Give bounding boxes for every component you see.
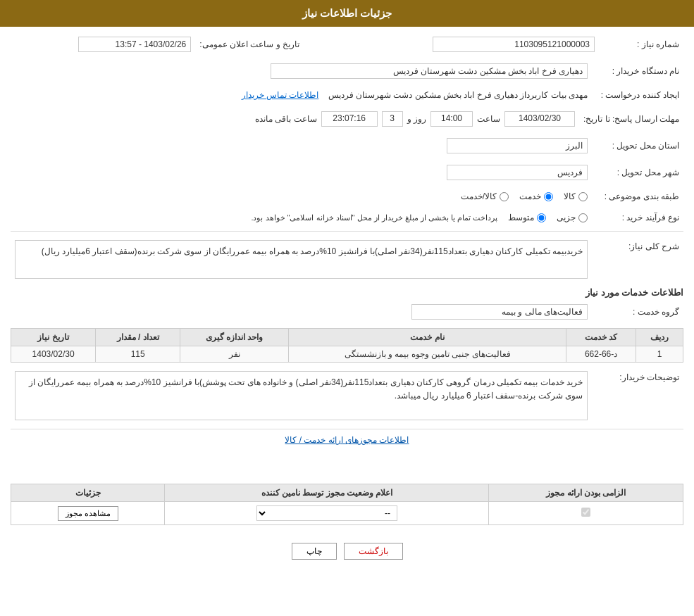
contact-info-link[interactable]: اطلاعات تماس خریدار xyxy=(242,90,319,100)
col-tedad: تعداد / مقدار xyxy=(96,329,180,346)
tabaqeBandi-label: طبقه بندی موضوعی : xyxy=(592,189,683,204)
mohlatSaat-label: ساعت xyxy=(477,114,500,124)
tabaqe-kala-khedmat-label: کالا/خدمت xyxy=(461,191,497,201)
serviceInfo-title: اطلاعات خدمات مورد نیاز xyxy=(11,287,683,298)
table-row: 1د-66-662فعالیت‌های جنبی تامین وجوه بیمه… xyxy=(11,346,683,363)
namDastgah-label: نام دستگاه خریدار : xyxy=(592,61,683,82)
tarikh-label: تاریخ و ساعت اعلان عمومی: xyxy=(195,34,304,55)
tabaqe-khedmat-label: خدمت xyxy=(519,191,541,201)
tosihKhardar-label: توضیحات خریدار: xyxy=(592,368,683,423)
mohlatRooz-value: 3 xyxy=(382,111,403,127)
perm-vaziat-cell: -- xyxy=(165,502,489,525)
col-kodKhedmat: کد خدمت xyxy=(566,329,636,346)
perm-vaziat-select[interactable]: -- xyxy=(256,505,397,521)
nof-mottavasset-option[interactable]: متوسط xyxy=(508,213,546,222)
sharhKolliNiaz-label: شرح کلی نیاز: xyxy=(592,237,683,282)
permissionsInfo-title: اطلاعات مجوزهای ارائه خدمت / کالا xyxy=(11,435,683,445)
ijadKonande-value: مهدی بیات کاربرداز دهیاری فرخ اباد بخش م… xyxy=(328,90,588,100)
perm-elzami-checkbox xyxy=(581,508,590,517)
col-namKhedmat: نام خدمت xyxy=(288,329,566,346)
nof-jozi-option[interactable]: جزیی xyxy=(557,213,588,222)
tabaqe-kala-radio[interactable] xyxy=(578,192,588,201)
page-header: جزئیات اطلاعات نیاز xyxy=(0,0,694,27)
mohlatManande-value: 23:07:16 xyxy=(321,111,378,127)
col-vahed: واحد اندازه گیری xyxy=(180,329,289,346)
permission-row: -- مشاهده مجوز xyxy=(11,502,683,525)
back-button[interactable]: بازگشت xyxy=(344,543,403,560)
shahrTahvil-label: شهر محل تحویل : xyxy=(592,162,683,183)
col-radif: ردیف xyxy=(636,329,683,346)
print-button[interactable]: چاپ xyxy=(292,543,337,560)
groohKhedmat-value: فعالیت‌های مالی و بیمه xyxy=(411,304,588,320)
col-tarikh: تاریخ نیاز xyxy=(11,329,96,346)
tabaqe-kala-option[interactable]: کالا xyxy=(564,191,588,201)
perm-details-cell: مشاهده مجوز xyxy=(11,502,165,525)
ostanTahvil-label: استان محل تحویل : xyxy=(592,135,683,156)
shomareNiaz-value: 1103095121000003 xyxy=(433,37,595,52)
mohlatSaat-value: 14:00 xyxy=(430,111,473,127)
permissions-table: الزامی بودن ارائه مجوز اعلام وضعیت مجوز … xyxy=(11,484,683,525)
perm-col-elzami: الزامی بودن ارائه مجوز xyxy=(489,484,683,502)
noFarayandKharid-label: نوع فرآیند خرید : xyxy=(592,210,683,225)
services-table: ردیف کد خدمت نام خدمت واحد اندازه گیری ت… xyxy=(11,328,683,363)
footer-buttons: بازگشت چاپ xyxy=(11,532,683,570)
nof-jozi-label: جزیی xyxy=(557,213,576,222)
mohlatRooz-label: روز و xyxy=(407,114,426,124)
tabaqe-khedmat-option[interactable]: خدمت xyxy=(519,191,553,201)
mohlatErsalPasokh-label: مهلت ارسال پاسخ: تا تاریخ: xyxy=(579,108,683,130)
perm-col-details: جزئیات xyxy=(11,484,165,502)
ostanTahvil-value: البرز xyxy=(447,138,588,153)
tabaqe-kala-khedmat-radio[interactable] xyxy=(500,192,509,201)
nof-mottavasset-label: متوسط xyxy=(508,213,534,222)
tabaqe-khedmat-radio[interactable] xyxy=(544,192,553,201)
perm-col-vaziat: اعلام وضعیت مجوز توسط نامین کننده xyxy=(165,484,489,502)
shomareNiaz-label: شماره نیاز : xyxy=(599,34,683,55)
page-title: جزئیات اطلاعات نیاز xyxy=(302,7,392,19)
tabaqe-kala-label: کالا xyxy=(564,191,576,201)
groohKhedmat-label: گروه خدمت : xyxy=(592,301,683,322)
tosihKhardar-value: خرید خدمات بیمه تکمیلی درمان گروهی کارکن… xyxy=(15,371,588,420)
sharhKolliNiaz-value: خریدبیمه تکمیلی کارکنان دهیاری بتعداد115… xyxy=(15,240,588,279)
namDastgah-value: دهیاری فرخ اباد بخش مشکین دشت شهرستان فر… xyxy=(271,63,588,79)
ijadKonande-label: ایجاد کننده درخواست : xyxy=(592,87,683,103)
tarikh-value: 1403/02/26 - 13:57 xyxy=(78,37,191,52)
tabaqe-kala-khedmat-option[interactable]: کالا/خدمت xyxy=(461,191,509,201)
view-permission-button[interactable]: مشاهده مجوز xyxy=(58,506,118,521)
nof-mottavasset-radio[interactable] xyxy=(537,213,546,222)
perm-elzami-cell xyxy=(489,502,683,525)
nof-jozi-radio[interactable] xyxy=(578,213,588,222)
shahrTahvil-value: فردیس xyxy=(447,165,588,180)
nof-note: پرداخت تمام یا بخشی از مبلغ خریدار از مح… xyxy=(251,213,497,222)
mohlatManande-label: ساعت باقی مانده xyxy=(255,114,317,124)
mohlatDate-value: 1403/02/30 xyxy=(504,111,575,127)
